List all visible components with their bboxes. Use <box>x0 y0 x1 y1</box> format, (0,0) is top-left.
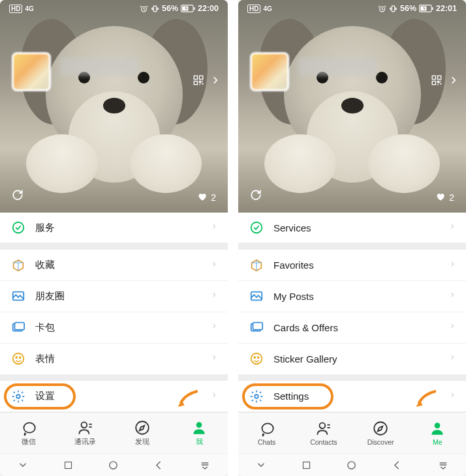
heart-icon <box>435 192 445 203</box>
clock-text: 22:01 <box>436 4 457 13</box>
tab-discover[interactable]: Discover <box>352 413 409 453</box>
tab-contacts[interactable]: Contacts <box>295 413 352 453</box>
row-services[interactable]: 服务 <box>0 213 228 244</box>
refresh-icon[interactable] <box>12 189 23 203</box>
likes-counter: 2 <box>435 192 454 203</box>
chevron-right-icon <box>449 290 456 303</box>
posts-label: My Posts <box>264 291 449 302</box>
chevron-right-icon <box>211 352 217 365</box>
chevron-right-icon[interactable] <box>211 73 220 90</box>
tab-chats-label: Chats <box>258 438 275 446</box>
signal-icon: 4G <box>263 5 272 12</box>
tab-chats[interactable]: Chats <box>238 413 295 453</box>
posts-icon <box>10 289 26 303</box>
nav-home-icon[interactable] <box>346 460 357 471</box>
android-navbar <box>0 453 228 476</box>
row-cards[interactable]: 卡包 <box>0 312 228 344</box>
row-stickers[interactable]: Sticker Gallery <box>238 344 466 375</box>
svg-rect-40 <box>303 462 310 468</box>
chevron-right-icon[interactable] <box>449 73 458 90</box>
tab-me-label: 我 <box>196 438 203 447</box>
qr-icon[interactable] <box>431 74 443 89</box>
chevron-right-icon <box>449 259 456 272</box>
row-favorites[interactable]: 收藏 <box>0 250 228 281</box>
row-settings[interactable]: Settings <box>238 381 466 412</box>
refresh-icon[interactable] <box>250 189 262 203</box>
tab-contacts-label: 通讯录 <box>74 438 96 447</box>
chevron-right-icon <box>211 321 217 334</box>
chevron-right-icon <box>211 390 217 403</box>
favorites-icon <box>10 258 26 273</box>
profile-cover[interactable]: 2 <box>238 0 466 213</box>
svg-rect-1 <box>153 6 156 12</box>
tab-me[interactable]: 我 <box>171 413 228 453</box>
svg-point-17 <box>136 422 149 435</box>
nav-menu-icon[interactable] <box>199 459 211 471</box>
nav-recents-icon[interactable] <box>63 460 73 470</box>
favorites-label: Favorites <box>264 260 449 271</box>
settings-icon <box>249 389 264 404</box>
phone-left: HD 4G 56% 22:00 <box>0 0 228 476</box>
svg-rect-22 <box>392 6 394 12</box>
battery-text: 56% <box>400 4 416 13</box>
cards-icon <box>249 320 264 335</box>
svg-point-8 <box>13 222 24 233</box>
tab-discover[interactable]: 发现 <box>114 413 171 453</box>
chevron-right-icon <box>449 321 456 334</box>
chevron-right-icon <box>211 290 217 303</box>
row-favorites[interactable]: Favorites <box>238 250 466 281</box>
avatar[interactable] <box>250 52 289 91</box>
svg-rect-3 <box>194 7 195 10</box>
row-posts[interactable]: My Posts <box>238 281 466 312</box>
cards-icon <box>10 320 26 335</box>
nav-back-icon[interactable] <box>392 460 403 471</box>
svg-point-18 <box>196 423 202 428</box>
row-services[interactable]: Services <box>238 213 466 244</box>
tab-discover-label: Discover <box>367 438 394 446</box>
vibrate-icon <box>389 5 397 13</box>
svg-rect-19 <box>65 462 72 468</box>
tab-contacts-label: Contacts <box>310 438 337 446</box>
svg-rect-26 <box>432 76 435 79</box>
likes-count: 2 <box>449 192 454 203</box>
svg-point-38 <box>374 423 387 436</box>
nav-menu-icon[interactable] <box>437 459 449 471</box>
favorites-icon <box>249 258 264 273</box>
nav-down-icon[interactable] <box>17 459 29 471</box>
services-icon <box>249 220 264 235</box>
row-cards[interactable]: Cards & Offers <box>238 312 466 344</box>
profile-cover[interactable]: 2 <box>0 0 228 213</box>
tab-chats-label: 微信 <box>22 438 36 447</box>
svg-point-20 <box>110 462 117 469</box>
svg-point-39 <box>435 423 441 429</box>
tab-contacts[interactable]: 通讯录 <box>57 413 114 453</box>
svg-rect-28 <box>432 82 435 85</box>
nav-recents-icon[interactable] <box>302 460 311 470</box>
tab-chats[interactable]: 微信 <box>0 413 57 453</box>
services-label: Services <box>264 222 449 233</box>
row-settings[interactable]: 设置 <box>0 381 228 412</box>
tab-me-label: Me <box>433 438 443 446</box>
chevron-right-icon <box>449 390 456 403</box>
nav-home-icon[interactable] <box>108 460 119 471</box>
nav-down-icon[interactable] <box>255 459 267 471</box>
heart-icon <box>197 192 207 203</box>
android-navbar <box>238 453 466 476</box>
battery-text: 56% <box>162 4 178 13</box>
alarm-icon <box>140 5 148 13</box>
svg-point-15 <box>16 394 20 398</box>
qr-icon[interactable] <box>193 74 204 89</box>
status-bar: HD 4G 56% 22:01 <box>238 0 466 17</box>
nav-back-icon[interactable] <box>153 460 164 471</box>
avatar[interactable] <box>12 52 51 91</box>
svg-point-33 <box>251 353 262 364</box>
posts-label: 朋友圈 <box>26 290 211 303</box>
status-bar: HD 4G 56% 22:00 <box>0 0 228 17</box>
tab-me[interactable]: Me <box>409 413 466 453</box>
row-stickers[interactable]: 表情 <box>0 344 228 375</box>
settings-label: 设置 <box>26 390 211 402</box>
svg-point-35 <box>258 357 259 359</box>
svg-rect-27 <box>438 76 441 79</box>
svg-point-16 <box>81 423 87 428</box>
row-posts[interactable]: 朋友圈 <box>0 281 228 312</box>
